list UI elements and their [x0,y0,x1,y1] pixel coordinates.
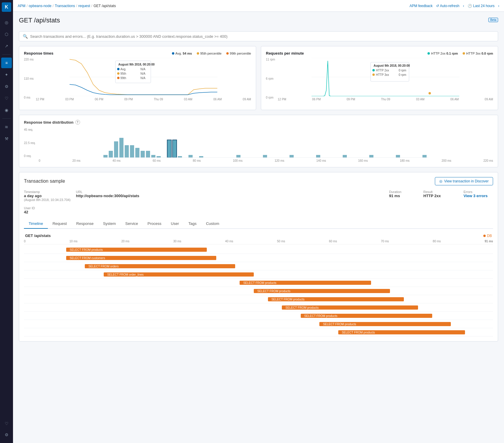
requests-per-minute-chart: Requests per minute HTTP 2xx 0.1 rpm HTT… [261,46,498,110]
svg-point-17 [429,92,431,94]
sep1: / [27,4,27,8]
dist-x-80: 80 ms [193,159,201,162]
dist-x-180: 180 ms [400,159,409,162]
page-title: GET /api/stats [19,17,60,24]
dist-x-60: 60 ms [153,159,161,162]
view-discover-button[interactable]: ◎ View transaction in Discover [435,177,493,185]
axis-30: 30 ms [173,240,181,243]
duration-field: Duration 91 ms [389,190,419,202]
svg-rect-46 [343,155,347,158]
svg-rect-48 [396,155,400,158]
svg-point-20 [373,69,375,71]
svg-rect-33 [141,151,145,158]
userid-value: 42 [24,210,493,214]
errors-field: Errors View 3 errors [464,190,493,202]
breadcrumb-transactions[interactable]: Transactions [55,4,75,8]
main-content: GET /api/stats Beta 🔍 Response times Avg… [13,12,504,443]
svg-rect-29 [119,138,123,158]
discover-icon: ◎ [439,179,442,183]
timeline-transaction-label: GET /api/stats [25,233,51,238]
svg-rect-31 [130,145,134,158]
rpm-x-3: 06 PM [312,98,321,101]
rpm-x-1: 12 PM [278,98,286,101]
timeline-row-label: SELECT FROM products [256,289,290,292]
svg-rect-43 [263,155,267,158]
distribution-title: Response time distribution ? [24,120,493,125]
sidebar-icon-maps[interactable]: ✦ [1,69,12,80]
sidebar-icon-alerting[interactable]: ♡ [1,93,12,104]
top-nav: APM / opbeans-node / Transactions / requ… [13,0,504,12]
search-input[interactable] [30,34,494,39]
sidebar: K ◎ ⬡ ↗ ≡ ✦ ⚙ ♡ ◉ ≋ ⚒ ♡ ⚙ [0,0,13,443]
timeline-row: SELECT FROM products [24,295,493,303]
sidebar-icon-siem[interactable]: ◉ [1,105,12,115]
sidebar-icon-discover[interactable]: ◎ [1,17,12,28]
feedback-link[interactable]: APM feedback [409,4,433,8]
rt-x-6: 03 AM [184,98,192,101]
svg-text:August 9th 2018, 00:20:00: August 9th 2018, 00:20:00 [374,64,410,67]
breadcrumb-request[interactable]: request [78,4,90,8]
sidebar-icon-management[interactable]: ⚒ [1,133,12,144]
axis-0: 0 [24,240,26,243]
result-value: HTTP 2xx [423,194,459,198]
app-logo[interactable]: K [2,2,11,12]
rt-y-mid: 110 ms [24,77,36,80]
response-times-svg: August 9th 2018, 00:20:00 Avg. N/A 95th … [36,58,251,96]
tab-user[interactable]: User [166,219,183,229]
tab-custom[interactable]: Custom [201,219,224,229]
svg-rect-27 [109,151,113,158]
http3xx-legend: HTTP 3xx 0.0 rpm [463,52,493,55]
timeline-row-label: SELECT FROM orders [87,264,118,268]
tab-request[interactable]: Request [48,219,71,229]
tab-timeline[interactable]: Timeline [24,219,48,229]
nav-prev[interactable]: ‹ [463,4,464,8]
tab-tags[interactable]: Tags [184,219,201,229]
sidebar-icon-visualize[interactable]: ⬡ [1,29,12,40]
response-times-area: 220 ms 110 ms 0 ms [24,58,251,105]
timeline-row-label: SELECT FROM products [322,322,356,326]
timeline-row: SELECT FROM products [24,312,493,320]
sidebar-icon-dashboard[interactable]: ↗ [1,41,12,51]
rpm-x-8: 09 AM [485,98,493,101]
svg-rect-45 [316,155,320,158]
tab-system[interactable]: System [98,219,121,229]
timestamp-field: Timestamp a day ago (August 8th 2018, 10… [24,190,71,202]
axis-80: 80 ms [433,240,441,243]
beta-badge: Beta [488,18,498,22]
svg-rect-39 [178,156,182,158]
sidebar-icon-dev-tools[interactable]: ≋ [1,122,12,132]
sep3: / [76,4,77,8]
sidebar-icon-settings[interactable]: ⚙ [1,429,12,440]
tab-service[interactable]: Service [121,219,143,229]
timeline-row: SELECT FROM products [24,320,493,328]
timeline-row: SELECT FROM products [24,303,493,312]
breadcrumb-current: GET /api/stats [93,4,116,8]
breadcrumb-service[interactable]: opbeans-node [29,4,51,8]
rt-x-3: 06 PM [95,98,103,101]
time-range[interactable]: 🕐 Last 24 hours [468,4,495,8]
rpm-x-4: 09 PM [347,98,355,101]
tab-response[interactable]: Response [71,219,98,229]
rpm-svg: August 9th 2018, 00:20:00 HTTP 2xx 0 rpm… [278,58,493,96]
dist-x-0: 0 [39,159,40,162]
svg-text:August 9th 2018, 00:20:00: August 9th 2018, 00:20:00 [118,63,155,66]
breadcrumb-apm[interactable]: APM [18,4,25,8]
errors-link[interactable]: View 3 errors [464,194,493,198]
distribution-help[interactable]: ? [75,120,80,125]
main-wrap: APM / opbeans-node / Transactions / requ… [13,0,504,443]
result-label: Result [423,190,459,194]
svg-rect-42 [236,155,240,158]
url-value: http://opbeans-node:3000/api/stats [76,194,384,198]
timeline-row-label: SELECT FROM products [242,281,276,284]
sidebar-icon-apm[interactable]: ≡ [1,58,12,68]
rpm-y-mid: 6 rpm [266,77,278,80]
sep4: / [91,4,92,8]
nav-next[interactable]: › [498,4,499,8]
dist-x-100: 100 ms [233,159,243,162]
auto-refresh-btn[interactable]: ↺ Auto-refresh [436,4,459,8]
sep2: / [53,4,53,8]
sidebar-icon-ml[interactable]: ⚙ [1,81,12,92]
axis-40: 40 ms [225,240,233,243]
tab-process[interactable]: Process [143,219,166,229]
sidebar-icon-help[interactable]: ♡ [1,418,12,429]
